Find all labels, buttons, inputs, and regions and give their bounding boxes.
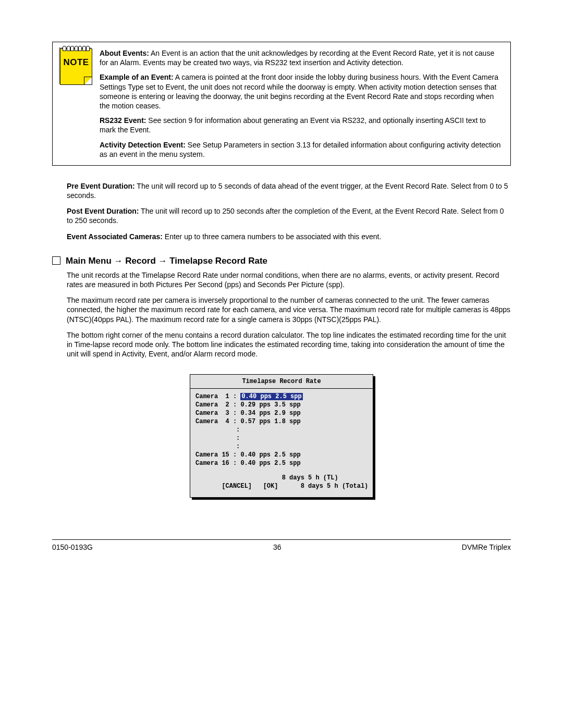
body-para-3: The bottom right corner of the menu cont… [67,330,511,359]
menu-dots: : [195,435,368,442]
menu-row-cam1: Camera 1 : 0.40 pps 2.5 spp [195,393,368,400]
note-para-rs232: RS232 Event: See section 9 for informati… [100,116,503,134]
menu-title: Timelapse Record Rate [190,375,373,389]
menu-row-cam3: Camera 3 : 0.34 pps 2.9 spp [195,410,368,417]
menu-row-cam15: Camera 15 : 0.40 pps 2.5 spp [195,451,368,459]
section-heading: Main Menu → Record → Timelapse Record Ra… [52,256,511,266]
footer-left: 0150-0193G [52,543,93,551]
ok-button[interactable]: [OK] [263,483,278,490]
cancel-button[interactable]: [CANCEL] [222,483,252,490]
calc-total: 8 days 5 h (Total) [301,483,369,490]
heading-text: Main Menu → Record → Timelapse Record Ra… [66,256,267,266]
note-icon-label: NOTE [60,57,92,68]
menu-screenshot: Timelapse Record Rate Camera 1 : 0.40 pp… [190,374,373,498]
menu-buttons-row: [CANCEL] [OK] 8 days 5 h (Total) [195,483,368,490]
note-para-about: About Events: An Event is an action that… [100,48,503,67]
note-para-activity: Activity Detection Event: See Setup Para… [100,140,503,159]
page-footer: 0150-0193G 36 DVMRe Triplex [52,539,511,551]
para-assoc-cams: Event Associated Cameras: Enter up to th… [67,232,511,241]
note-body: About Events: An Event is an action that… [100,48,503,159]
menu-row-cam4: Camera 4 : 0.57 pps 1.8 spp [195,418,368,425]
para-pre-event: Pre Event Duration: The unit will record… [67,181,511,200]
calc-tl-row: 8 days 5 h (TL) [195,474,368,482]
body-para-2: The maximum record rate per camera is in… [67,295,511,324]
selected-value[interactable]: 0.40 pps 2.5 spp [240,393,302,400]
body-para-1: The unit records at the Timelapse Record… [67,270,511,289]
note-para-example: Example of an Event: A camera is pointed… [100,72,503,110]
footer-right: DVMRe Triplex [462,543,511,551]
para-post-event: Post Event Duration: The unit will recor… [67,206,511,225]
menu-row-cam2: Camera 2 : 0.29 pps 3.5 spp [195,401,368,409]
menu-row-cam16: Camera 16 : 0.40 pps 2.5 spp [195,460,368,467]
menu-dots: : [195,443,368,450]
note-icon: NOTE [60,48,92,85]
checkbox-icon [52,256,60,265]
menu-dots: : [195,426,368,434]
footer-page-number: 36 [273,543,282,551]
note-box: NOTE About Events: An Event is an action… [52,42,511,166]
